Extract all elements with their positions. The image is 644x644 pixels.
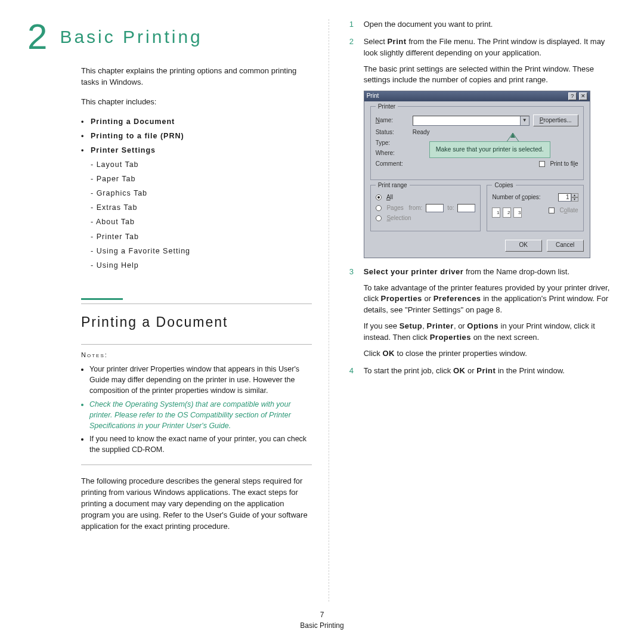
step-text: If you see Setup, Printer, or Options in…: [364, 321, 617, 343]
collate-checkbox[interactable]: [549, 208, 555, 213]
notes-label: Notes:: [81, 351, 312, 360]
printer-name-combo[interactable]: ▼: [413, 116, 530, 126]
toc-subitem: Using Help: [91, 260, 312, 271]
toc-subitem: Printer Tab: [91, 231, 312, 242]
from-input[interactable]: [426, 204, 444, 212]
note-item: Check the Operating System(s) that are c…: [89, 399, 312, 431]
properties-button[interactable]: Properties...: [533, 114, 578, 126]
group-legend: Print range: [376, 181, 410, 190]
toc-subitem: Extras Tab: [91, 202, 312, 213]
step-item: 3 Select your printer driver from the Na…: [349, 267, 617, 360]
copies-group: Copies Number of copies: 1 ▴▾: [487, 185, 583, 231]
print-to-file-label: Print to file: [549, 160, 578, 169]
chapter-intro: This chapter explains the printing optio…: [81, 66, 312, 88]
footer-title: Basic Printing: [300, 621, 343, 630]
step-text: The basic print settings are selected wi…: [364, 64, 617, 86]
steps-list: 1 Open the document you want to print. 2…: [349, 19, 617, 376]
help-button[interactable]: ?: [568, 92, 577, 100]
toc-item: Printing a Document: [81, 116, 312, 127]
section-header: Printing a Document: [81, 298, 312, 332]
step-item: 4 To start the print job, click OK or Pr…: [349, 366, 617, 377]
print-range-group: Print range All Pages from: to:: [370, 185, 481, 231]
includes-label: This chapter includes:: [81, 97, 312, 108]
print-to-file-checkbox[interactable]: [539, 161, 545, 167]
toc-item: Printer Settings Layout Tab Paper Tab Gr…: [81, 145, 312, 271]
toc-subitem: Paper Tab: [91, 174, 312, 184]
dialog-titlebar: Print ? ✕: [364, 91, 590, 101]
chapter-title: Basic Printing: [60, 24, 202, 50]
step-number: 4: [349, 366, 354, 377]
step-text: To take advantage of the printer feature…: [364, 283, 617, 317]
status-value: Ready: [413, 128, 430, 137]
comment-label: Comment:: [376, 160, 409, 169]
copies-input[interactable]: 1: [558, 193, 571, 202]
notes-box: Notes: Your printer driver Properties wi…: [81, 344, 312, 465]
collate-preview: 1 2 3: [492, 208, 522, 218]
cancel-button[interactable]: Cancel: [547, 240, 584, 252]
range-selection-radio[interactable]: [376, 215, 382, 221]
step-text: Click OK to close the printer properties…: [364, 348, 617, 360]
collate-label: Collate: [558, 206, 578, 215]
toc-list: Printing a Document Printing to a file (…: [81, 116, 312, 271]
toc-subitem: Using a Favorite Setting: [91, 246, 312, 256]
ok-button[interactable]: OK: [505, 240, 542, 252]
copies-label: Number of copies:: [492, 193, 540, 202]
group-legend: Copies: [492, 181, 515, 190]
toc-item-label: Printer Settings: [91, 146, 156, 154]
range-all-label: All: [385, 193, 393, 202]
toc-subitem: Graphics Tab: [91, 188, 312, 199]
step-text: Select Print from the File menu. The Pri…: [364, 36, 617, 59]
note-item: Your printer driver Properties window th…: [89, 364, 312, 396]
chapter-header: 2 Basic Printing: [27, 19, 312, 55]
step-item: 1 Open the document you want to print.: [349, 19, 617, 30]
step-number: 1: [349, 19, 354, 30]
page-footer: 7 Basic Printing: [0, 602, 644, 644]
to-input[interactable]: [457, 204, 475, 212]
sheet-icon: 1: [492, 208, 500, 218]
dialog-title: Print: [367, 92, 379, 101]
step-text: Open the document you want to print.: [364, 19, 617, 30]
name-label: Name:: [376, 116, 409, 125]
step-number: 2: [349, 36, 354, 48]
type-label: Type:: [376, 139, 409, 148]
toc-sublist: Layout Tab Paper Tab Graphics Tab Extras…: [91, 159, 312, 271]
toc-subitem: Layout Tab: [91, 159, 312, 170]
status-label: Status:: [376, 128, 409, 137]
callout: Make sure that your printer is selected.: [429, 141, 550, 158]
section-title: Printing a Document: [81, 312, 312, 332]
spinner-up-icon[interactable]: ▴: [571, 193, 578, 197]
copies-spinner[interactable]: 1 ▴▾: [558, 193, 578, 202]
range-all-radio[interactable]: [376, 194, 382, 200]
spinner-down-icon[interactable]: ▾: [571, 197, 578, 202]
group-legend: Printer: [376, 103, 398, 112]
step-text: To start the print job, click OK or Prin…: [364, 366, 617, 377]
toc-subitem: About Tab: [91, 216, 312, 227]
step-number: 3: [349, 267, 354, 278]
sheet-icon: 3: [513, 208, 522, 218]
range-pages-label: Pages: [385, 204, 405, 213]
printer-group: Printer Make sure that your printer is s…: [370, 106, 584, 180]
note-item: If you need to know the exact name of yo…: [89, 434, 312, 455]
step-text: Select your printer driver from the Name…: [364, 267, 617, 278]
from-label: from:: [409, 204, 423, 213]
page-number: 7: [0, 610, 644, 620]
chevron-down-icon[interactable]: ▼: [520, 116, 529, 125]
close-button[interactable]: ✕: [579, 92, 587, 100]
chapter-number: 2: [27, 19, 48, 55]
sheet-icon: 2: [503, 208, 511, 218]
where-label: Where:: [376, 149, 409, 158]
toc-item: Printing to a file (PRN): [81, 131, 312, 141]
to-label: to:: [447, 204, 454, 213]
range-pages-radio[interactable]: [376, 205, 382, 211]
range-selection-label: Selection: [385, 214, 411, 223]
print-dialog: Print ? ✕ Printer Make sure that your pr…: [364, 91, 590, 258]
following-paragraph: The following procedure describes the ge…: [81, 476, 312, 532]
step-item: 2 Select Print from the File menu. The P…: [349, 36, 617, 258]
